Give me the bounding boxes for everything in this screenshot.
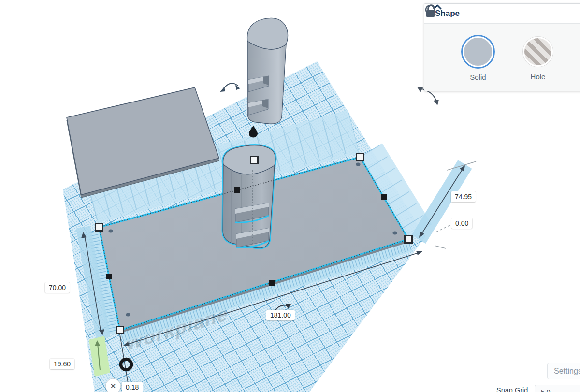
edge-handle[interactable] [234, 187, 240, 193]
viewport-3d[interactable]: Workplane [0, 0, 580, 392]
shape-panel: Shape Solid Hole [424, 3, 580, 91]
lightbulb-icon[interactable] [424, 4, 436, 19]
corner-handle[interactable] [405, 236, 412, 243]
corner-handle[interactable] [96, 224, 103, 231]
edge-handle[interactable] [106, 274, 112, 279]
plate-hole [356, 163, 361, 166]
solid-swatch [463, 36, 493, 67]
dim-length[interactable]: 181.00 [266, 310, 295, 320]
object-tower-floating[interactable] [247, 18, 288, 124]
shape-panel-header: Shape [424, 4, 580, 24]
snap-grid-dropdown[interactable]: 5.0 [535, 385, 580, 392]
corner-handle[interactable] [357, 154, 364, 161]
snap-grid-label: Snap Grid [496, 386, 528, 392]
elevation-band [89, 336, 110, 377]
corner-handle[interactable] [116, 327, 124, 334]
height-drag-handle[interactable] [249, 126, 258, 138]
edge-handle[interactable] [269, 280, 275, 286]
hole-swatch [523, 37, 553, 67]
dim-plate-height[interactable]: 19.60 [50, 359, 74, 369]
settings-button[interactable]: Settings [547, 363, 580, 379]
plate-hole [126, 313, 130, 317]
material-option-solid[interactable]: Solid [463, 36, 493, 81]
material-option-hole[interactable]: Hole [523, 37, 553, 81]
panel-title: Shape [435, 9, 460, 18]
close-button[interactable]: ✕ [105, 378, 121, 392]
rotate-handle-top[interactable] [220, 83, 240, 92]
dim-altitude[interactable]: 0.00 [451, 218, 472, 229]
plate-hole [109, 230, 113, 233]
close-icon: ✕ [110, 382, 116, 391]
hole-label: Hole [523, 73, 553, 81]
top-height-handle[interactable] [251, 157, 258, 164]
solid-label: Solid [463, 73, 493, 81]
edge-handle[interactable] [381, 194, 387, 200]
object-tower-selected[interactable] [223, 145, 276, 248]
origin-ring-handle[interactable] [121, 359, 131, 370]
dim-height[interactable]: 74.95 [451, 191, 476, 202]
dim-width[interactable]: 70.00 [45, 282, 70, 293]
dim-origin-offset[interactable]: 0.18 [122, 382, 143, 392]
plate-hole [393, 232, 397, 235]
